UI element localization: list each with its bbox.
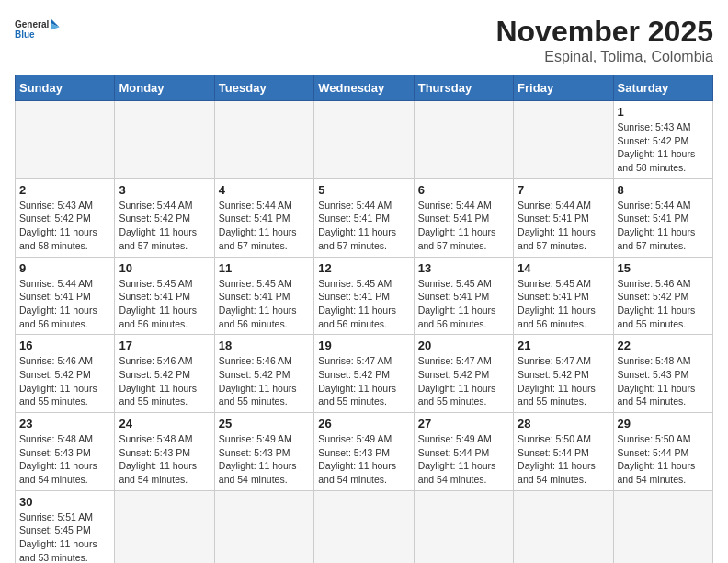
weekday-friday: Friday [514,75,613,101]
day-number: 4 [219,183,310,197]
day-number: 8 [618,183,709,197]
day-number: 15 [618,261,709,275]
svg-text:General: General [15,19,49,29]
calendar-cell: 29Sunrise: 5:50 AM Sunset: 5:44 PM Dayli… [613,413,712,491]
month-title: November 2025 [495,15,713,49]
cell-info: Sunrise: 5:43 AM Sunset: 5:42 PM Dayligh… [19,199,110,253]
cell-info: Sunrise: 5:45 AM Sunset: 5:41 PM Dayligh… [119,277,210,331]
cell-info: Sunrise: 5:48 AM Sunset: 5:43 PM Dayligh… [119,432,210,487]
calendar-cell [115,101,214,179]
cell-info: Sunrise: 5:44 AM Sunset: 5:42 PM Dayligh… [119,199,210,253]
day-number: 1 [618,105,709,119]
calendar-cell: 15Sunrise: 5:46 AM Sunset: 5:42 PM Dayli… [613,257,712,335]
calendar-cell: 9Sunrise: 5:44 AM Sunset: 5:41 PM Daylig… [16,257,115,335]
calendar-cell [214,101,313,179]
calendar-cell: 21Sunrise: 5:47 AM Sunset: 5:42 PM Dayli… [514,335,613,413]
calendar-cell: 4Sunrise: 5:44 AM Sunset: 5:41 PM Daylig… [214,178,313,257]
cell-info: Sunrise: 5:46 AM Sunset: 5:42 PM Dayligh… [219,354,310,408]
cell-info: Sunrise: 5:44 AM Sunset: 5:41 PM Dayligh… [19,277,110,331]
day-number: 5 [318,183,409,197]
calendar-cell: 25Sunrise: 5:49 AM Sunset: 5:43 PM Dayli… [214,413,313,491]
weekday-saturday: Saturday [613,75,712,101]
cell-info: Sunrise: 5:46 AM Sunset: 5:42 PM Dayligh… [618,277,709,331]
day-number: 26 [318,417,409,431]
cell-info: Sunrise: 5:47 AM Sunset: 5:42 PM Dayligh… [318,354,409,408]
cell-info: Sunrise: 5:49 AM Sunset: 5:44 PM Dayligh… [418,432,509,487]
cell-info: Sunrise: 5:45 AM Sunset: 5:41 PM Dayligh… [318,277,409,331]
day-number: 7 [518,183,609,197]
calendar-cell: 17Sunrise: 5:46 AM Sunset: 5:42 PM Dayli… [115,335,214,413]
day-number: 19 [318,339,409,352]
week-row-3: 9Sunrise: 5:44 AM Sunset: 5:41 PM Daylig… [16,257,713,335]
weekday-wednesday: Wednesday [314,75,414,101]
calendar-cell [314,490,414,563]
day-number: 20 [418,339,509,352]
calendar-cell [16,101,115,179]
calendar-cell: 28Sunrise: 5:50 AM Sunset: 5:44 PM Dayli… [514,413,613,491]
weekday-sunday: Sunday [16,75,115,101]
svg-text:Blue: Blue [15,29,35,40]
calendar-cell: 3Sunrise: 5:44 AM Sunset: 5:42 PM Daylig… [115,178,214,257]
calendar-cell: 11Sunrise: 5:45 AM Sunset: 5:41 PM Dayli… [214,257,313,335]
calendar-body: 1Sunrise: 5:43 AM Sunset: 5:42 PM Daylig… [16,101,713,564]
calendar-cell [115,490,214,563]
calendar-cell: 13Sunrise: 5:45 AM Sunset: 5:41 PM Dayli… [414,257,513,335]
day-number: 10 [119,261,210,275]
week-row-2: 2Sunrise: 5:43 AM Sunset: 5:42 PM Daylig… [16,178,713,257]
cell-info: Sunrise: 5:49 AM Sunset: 5:43 PM Dayligh… [318,432,409,487]
cell-info: Sunrise: 5:45 AM Sunset: 5:41 PM Dayligh… [219,277,310,331]
cell-info: Sunrise: 5:46 AM Sunset: 5:42 PM Dayligh… [19,354,110,408]
cell-info: Sunrise: 5:44 AM Sunset: 5:41 PM Dayligh… [418,199,509,253]
calendar-cell [613,490,712,563]
day-number: 2 [19,183,110,197]
day-number: 11 [219,261,310,275]
cell-info: Sunrise: 5:47 AM Sunset: 5:42 PM Dayligh… [418,354,509,408]
calendar-cell: 12Sunrise: 5:45 AM Sunset: 5:41 PM Dayli… [314,257,414,335]
day-number: 14 [518,261,609,275]
calendar-table: SundayMondayTuesdayWednesdayThursdayFrid… [15,75,713,563]
cell-info: Sunrise: 5:48 AM Sunset: 5:43 PM Dayligh… [618,354,709,408]
title-area: November 2025 Espinal, Tolima, Colombia [495,15,713,65]
week-row-1: 1Sunrise: 5:43 AM Sunset: 5:42 PM Daylig… [16,101,713,179]
cell-info: Sunrise: 5:51 AM Sunset: 5:45 PM Dayligh… [19,511,110,563]
day-number: 13 [418,261,509,275]
calendar-cell: 24Sunrise: 5:48 AM Sunset: 5:43 PM Dayli… [115,413,214,491]
location-title: Espinal, Tolima, Colombia [495,49,713,65]
calendar-cell: 8Sunrise: 5:44 AM Sunset: 5:41 PM Daylig… [613,178,712,257]
calendar-cell [514,101,613,179]
page-header: General Blue November 2025 Espinal, Toli… [15,15,713,65]
logo-area: General Blue [15,15,61,42]
logo-icon: General Blue [15,15,61,42]
weekday-monday: Monday [115,75,214,101]
day-number: 12 [318,261,409,275]
day-number: 17 [119,339,210,352]
day-number: 9 [19,261,110,275]
calendar-cell: 10Sunrise: 5:45 AM Sunset: 5:41 PM Dayli… [115,257,214,335]
day-number: 27 [418,417,509,431]
calendar-cell [414,101,513,179]
cell-info: Sunrise: 5:43 AM Sunset: 5:42 PM Dayligh… [618,121,709,175]
day-number: 29 [618,417,709,431]
cell-info: Sunrise: 5:44 AM Sunset: 5:41 PM Dayligh… [219,199,310,253]
weekday-thursday: Thursday [414,75,513,101]
weekday-header-row: SundayMondayTuesdayWednesdayThursdayFrid… [16,75,713,101]
day-number: 25 [219,417,310,431]
calendar-cell: 1Sunrise: 5:43 AM Sunset: 5:42 PM Daylig… [613,101,712,179]
cell-info: Sunrise: 5:45 AM Sunset: 5:41 PM Dayligh… [418,277,509,331]
cell-info: Sunrise: 5:46 AM Sunset: 5:42 PM Dayligh… [119,354,210,408]
day-number: 24 [119,417,210,431]
weekday-tuesday: Tuesday [214,75,313,101]
cell-info: Sunrise: 5:50 AM Sunset: 5:44 PM Dayligh… [618,432,709,487]
calendar-cell: 7Sunrise: 5:44 AM Sunset: 5:41 PM Daylig… [514,178,613,257]
week-row-5: 23Sunrise: 5:48 AM Sunset: 5:43 PM Dayli… [16,413,713,491]
calendar-cell [514,490,613,563]
cell-info: Sunrise: 5:47 AM Sunset: 5:42 PM Dayligh… [518,354,609,408]
cell-info: Sunrise: 5:44 AM Sunset: 5:41 PM Dayligh… [318,199,409,253]
calendar-cell [214,490,313,563]
cell-info: Sunrise: 5:44 AM Sunset: 5:41 PM Dayligh… [618,199,709,253]
day-number: 28 [518,417,609,431]
calendar-cell: 16Sunrise: 5:46 AM Sunset: 5:42 PM Dayli… [16,335,115,413]
calendar-cell: 5Sunrise: 5:44 AM Sunset: 5:41 PM Daylig… [314,178,414,257]
cell-info: Sunrise: 5:48 AM Sunset: 5:43 PM Dayligh… [19,432,110,487]
day-number: 21 [518,339,609,352]
